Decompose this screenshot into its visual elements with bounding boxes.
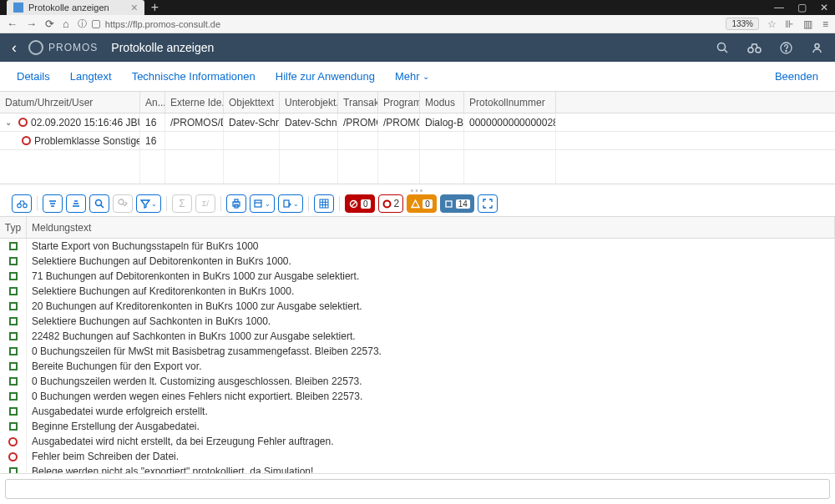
message-row[interactable]: Fehler beim Schreiben der Datei.	[0, 449, 835, 464]
sort-asc-button[interactable]	[43, 194, 63, 213]
col-datetime-user[interactable]: Datum/Uhrzeit/User	[0, 92, 140, 113]
caution-count: 0	[423, 199, 433, 209]
success-status-icon	[9, 407, 18, 416]
exit-button[interactable]: Beenden	[775, 70, 818, 83]
message-row[interactable]: 22482 Buchungen auf Sachkonten in BuKrs …	[0, 329, 835, 344]
svg-rect-19	[320, 199, 328, 208]
sidebar-icon[interactable]: ▥	[803, 18, 812, 30]
help-icon[interactable]	[780, 42, 792, 54]
library-icon[interactable]: ⊪	[785, 18, 793, 30]
forward-icon[interactable]: →	[26, 18, 37, 30]
search-next-button	[113, 194, 133, 213]
maximize-icon[interactable]: ▢	[797, 2, 807, 13]
tab-tech-info[interactable]: Technische Informationen	[132, 70, 256, 83]
message-row[interactable]: Beginne Erstellung der Ausgabedatei.	[0, 419, 835, 434]
svg-point-9	[96, 200, 102, 206]
error-filter-button[interactable]: 0	[345, 194, 375, 213]
message-row[interactable]: Selektiere Buchungen auf Kreditorenkonte…	[0, 284, 835, 299]
home-icon[interactable]: ⌂	[63, 18, 69, 30]
cell-subobj: Datev-Schnittst	[280, 113, 338, 131]
star-icon[interactable]: ☆	[767, 18, 777, 30]
message-row[interactable]: 0 Buchungszeilen werden lt. Customizing …	[0, 374, 835, 389]
back-icon[interactable]: ←	[7, 18, 18, 30]
svg-line-25	[352, 201, 357, 206]
lock-icon	[92, 20, 100, 28]
close-tab-icon[interactable]: ×	[131, 1, 138, 14]
message-row[interactable]: Starte Export von Buchungsstapeln für Bu…	[0, 239, 835, 254]
table-row[interactable]: Problemklasse Sonstiges 16	[0, 132, 835, 150]
warning-filter-button[interactable]: 2	[378, 194, 404, 213]
app-back-icon[interactable]: ‹	[12, 39, 17, 57]
message-type-cell	[0, 329, 27, 344]
url-text: https://flp.promos-consult.de	[105, 19, 220, 29]
message-type-cell	[0, 374, 27, 389]
new-tab-button[interactable]: +	[151, 0, 159, 15]
col-count[interactable]: An...	[140, 92, 165, 113]
url-bar[interactable]: ⓘ https://flp.promos-consult.de	[78, 18, 718, 30]
sort-desc-button[interactable]	[66, 194, 86, 213]
fullscreen-button[interactable]	[478, 194, 498, 213]
message-row[interactable]: Ausgabedatei wird nicht erstellt, da bei…	[0, 434, 835, 449]
table-row[interactable]: ⌄ 02.09.2020 15:16:46 JBUC 16 /PROMOS/DA…	[0, 113, 835, 132]
message-row[interactable]: Selektiere Buchungen auf Sachkonten in B…	[0, 314, 835, 329]
search-icon[interactable]	[716, 42, 729, 54]
message-text-cell: Ausgabedatei wird nicht erstellt, da bei…	[27, 434, 835, 449]
col-protocol-number[interactable]: Protokollnummer	[464, 92, 556, 113]
col-message[interactable]: Meldungstext	[27, 217, 835, 238]
layout-button[interactable]: ⌄	[250, 194, 275, 213]
success-status-icon	[9, 302, 18, 310]
error-count: 0	[361, 199, 371, 209]
message-text-cell: 0 Buchungen werden wegen eines Fehlers n…	[27, 389, 835, 404]
tab-details[interactable]: Details	[17, 70, 50, 83]
message-row[interactable]: 20 Buchungen auf Kreditorenkonten in BuK…	[0, 299, 835, 314]
search-button[interactable]	[89, 194, 109, 213]
reload-icon[interactable]: ⟳	[45, 18, 54, 30]
message-row[interactable]: Ausgabedatei wurde erfolgreich erstellt.	[0, 404, 835, 419]
expand-icon[interactable]: ⌄	[5, 118, 12, 127]
svg-point-26	[383, 200, 390, 207]
grid-button[interactable]	[314, 194, 334, 213]
minimize-icon[interactable]: —	[774, 2, 784, 13]
brand-logo: PROMOS	[28, 40, 98, 55]
tab-more[interactable]: Mehr⌄	[395, 70, 429, 83]
menu-icon[interactable]: ≡	[822, 18, 828, 30]
info-filter-button[interactable]: 14	[440, 194, 474, 213]
binoculars-icon[interactable]	[747, 42, 762, 54]
col-subobject[interactable]: Unterobjekt...	[280, 92, 338, 113]
col-mode[interactable]: Modus	[420, 92, 464, 113]
splitter[interactable]: •••	[0, 184, 835, 191]
svg-rect-14	[235, 199, 238, 202]
filter-button[interactable]: ⌄	[136, 194, 161, 213]
col-type[interactable]: Typ	[0, 217, 27, 238]
message-row[interactable]: Selektiere Buchungen auf Debitorenkonten…	[0, 254, 835, 269]
tab-langtext[interactable]: Langtext	[70, 70, 112, 83]
success-status-icon	[9, 422, 18, 431]
splitter-handle-icon[interactable]: •••	[411, 186, 425, 195]
tab-help[interactable]: Hilfe zur Anwendung	[276, 70, 375, 83]
zoom-badge[interactable]: 133%	[726, 18, 759, 30]
message-text-cell: Bereite Buchungen für den Export vor.	[27, 359, 835, 374]
close-window-icon[interactable]: ✕	[820, 2, 828, 13]
find-button[interactable]	[12, 194, 32, 213]
browser-titlebar: Protokolle anzeigen × + — ▢ ✕	[0, 0, 835, 15]
error-status-icon	[8, 437, 18, 446]
message-row[interactable]: 0 Buchungszeilen für MwSt mit Basisbetra…	[0, 344, 835, 359]
print-button[interactable]	[226, 194, 246, 213]
success-status-icon	[9, 392, 18, 401]
message-row[interactable]: 71 Buchungen auf Debitorenkonten in BuKr…	[0, 269, 835, 284]
col-external-id[interactable]: Externe Ide...	[165, 92, 224, 113]
message-text-cell: Selektiere Buchungen auf Debitorenkonten…	[27, 254, 835, 269]
chevron-down-icon: ⌄	[423, 72, 429, 81]
message-type-cell	[0, 299, 27, 314]
browser-tab[interactable]: Protokolle anzeigen ×	[7, 0, 144, 15]
export-button[interactable]: ⌄	[278, 194, 303, 213]
message-row[interactable]: Bereite Buchungen für den Export vor.	[0, 359, 835, 374]
subtotal-button: Σ/	[195, 194, 215, 213]
col-transaction[interactable]: Transak...	[338, 92, 378, 113]
message-row[interactable]: 0 Buchungen werden wegen eines Fehlers n…	[0, 389, 835, 404]
user-icon[interactable]	[811, 42, 823, 54]
message-type-cell	[0, 254, 27, 269]
caution-filter-button[interactable]: 0	[407, 194, 437, 213]
col-object-text[interactable]: Objekttext	[224, 92, 280, 113]
col-program[interactable]: Programm	[378, 92, 420, 113]
